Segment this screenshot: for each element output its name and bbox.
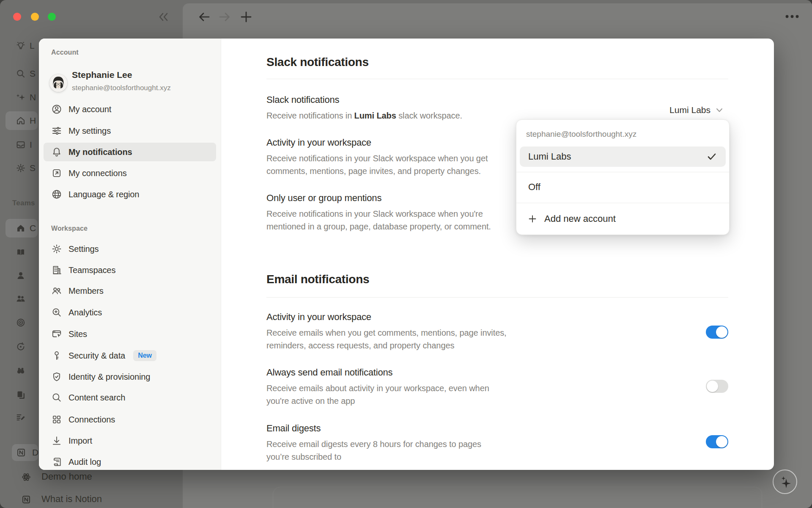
setting-title: Slack notifications [266, 94, 339, 105]
workspace-section-header: Workspace [51, 225, 88, 232]
sidebar-item-my-connections[interactable]: My connections [44, 164, 216, 182]
bell-icon [51, 146, 62, 157]
setting-description: Receive emails about activity in your wo… [266, 382, 489, 407]
lightbulb-icon [16, 41, 26, 51]
screen: L S N H I S Teams C [0, 0, 812, 508]
people-icon [16, 293, 26, 304]
sidebar-item-content-search[interactable]: Content search [44, 388, 216, 407]
sidebar-item-security-data[interactable]: Security & data New [44, 346, 216, 365]
sidebar-item-label: Teamspaces [69, 265, 115, 275]
slack-workspace-dropdown: stephanie@toolsforthought.xyz Lumi Labs … [516, 119, 730, 235]
sidebar-item-members[interactable]: Members [44, 282, 216, 300]
backdrop-nav-label: L [30, 41, 35, 51]
toggle-activity-emails[interactable] [706, 326, 728, 339]
backdrop-teams-label: Teams [12, 199, 35, 207]
plus-icon [528, 215, 537, 223]
sidebar-item-analytics[interactable]: Analytics [44, 303, 216, 322]
setting-title: Only user or group mentions [266, 193, 381, 204]
toggle-knob [716, 326, 727, 338]
sidebar-item-identity-provisioning[interactable]: Identity & provisioning [44, 367, 216, 386]
email-notifications-heading: Email notifications [266, 273, 369, 286]
back-icon[interactable] [198, 11, 211, 22]
setting-description: Receive notifications in Lumi Labs slack… [266, 109, 462, 122]
grid-icon [51, 414, 62, 425]
chevron-down-icon [715, 105, 724, 115]
sidebar-item-label: My notifications [69, 147, 132, 157]
setting-title: Activity in your workspace [266, 137, 371, 148]
add-account-label: Add new account [544, 213, 616, 224]
avatar-illustration [49, 74, 67, 92]
forward-icon[interactable] [218, 11, 231, 22]
option-label: Lumi Labs [528, 151, 571, 162]
magnifier-plus-icon [51, 307, 62, 318]
settings-modal: Account Stephanie Lee stephanie@toolsfor… [39, 39, 774, 470]
target-icon [16, 318, 26, 328]
sidebar-item-language-region[interactable]: Language & region [44, 185, 216, 204]
members-icon [51, 285, 62, 296]
sidebar-item-label: Settings [69, 244, 99, 254]
dropdown-option-off[interactable]: Off [520, 177, 726, 197]
sidebar-item-import[interactable]: Import [44, 431, 216, 450]
home-icon [16, 116, 26, 126]
divider [266, 79, 728, 79]
divider [266, 297, 728, 298]
sidebar-item-sites[interactable]: Sites [44, 325, 216, 343]
scroll-icon [51, 456, 62, 467]
sidebar-item-label: My account [69, 105, 111, 114]
building-icon [51, 265, 62, 276]
settings-sidebar: Account Stephanie Lee stephanie@toolsfor… [39, 39, 221, 470]
traffic-minimize-button[interactable] [31, 13, 39, 21]
backdrop-nav-label: I [30, 140, 32, 150]
backdrop-nav-label: H [30, 116, 36, 126]
sidebar-item-label: Connections [69, 415, 115, 425]
avatar [49, 74, 67, 92]
backdrop-item-label: Demo home [41, 471, 92, 482]
sidebar-item-connections[interactable]: Connections [44, 410, 216, 429]
binoculars-icon [16, 365, 26, 375]
new-tab-icon[interactable] [240, 11, 252, 23]
pencil-lines-icon [16, 412, 26, 422]
more-options-icon[interactable] [785, 14, 799, 19]
sidebar-item-audit-log[interactable]: Audit log [44, 453, 216, 471]
sidebar-item-my-notifications[interactable]: My notifications [44, 143, 216, 161]
dropdown-divider [516, 203, 729, 203]
traffic-zoom-button[interactable] [48, 13, 56, 21]
option-label: Off [528, 182, 540, 193]
sidebar-collapse-icon[interactable] [157, 11, 170, 22]
desc-text: slack workspace. [396, 111, 462, 120]
person-icon [16, 271, 26, 281]
sidebar-item-label: Security & data [69, 351, 125, 361]
toggle-always-send-emails[interactable] [706, 380, 728, 393]
dropdown-option-lumi-labs[interactable]: Lumi Labs [520, 146, 726, 167]
check-icon [707, 152, 716, 161]
sidebar-item-my-settings[interactable]: My settings [44, 121, 216, 140]
sidebar-item-label: Language & region [69, 190, 139, 199]
add-new-account-button[interactable]: Add new account [520, 209, 726, 229]
workspace-name: Lumi Labs [354, 111, 396, 120]
slack-notifications-heading: Slack notifications [266, 55, 369, 69]
notion-logo-icon [21, 494, 31, 505]
inbox-icon [16, 140, 26, 150]
backdrop-nav-label: C [30, 223, 36, 233]
backdrop-nav-label: S [30, 69, 36, 79]
setting-title: Activity in your workspace [266, 312, 371, 323]
sidebar-item-my-account[interactable]: My account [44, 100, 216, 119]
setting-description: Receive notifications in your Slack work… [266, 207, 491, 233]
sparkles-icon [16, 92, 26, 102]
account-section-header: Account [51, 49, 79, 56]
backdrop-item-label: What is Notion [41, 494, 102, 505]
ai-assistant-button[interactable] [773, 469, 797, 494]
gear-icon [51, 243, 62, 254]
person-circle-icon [51, 104, 62, 115]
sidebar-item-label: Audit log [69, 457, 101, 467]
traffic-close-button[interactable] [13, 13, 21, 21]
sidebar-item-settings[interactable]: Settings [44, 240, 216, 258]
setting-description: Receive emails when you get comments, me… [266, 326, 507, 352]
sidebar-item-teamspaces[interactable]: Teamspaces [44, 261, 216, 279]
backdrop-nav-label: S [30, 163, 36, 173]
toggle-email-digests[interactable] [706, 435, 728, 448]
selected-workspace-value: Lumi Labs [669, 105, 710, 115]
slack-workspace-select[interactable]: Lumi Labs [669, 105, 724, 115]
backdrop-what-is-notion: What is Notion [0, 490, 183, 508]
setting-description: Receive notifications in your Slack work… [266, 152, 488, 177]
